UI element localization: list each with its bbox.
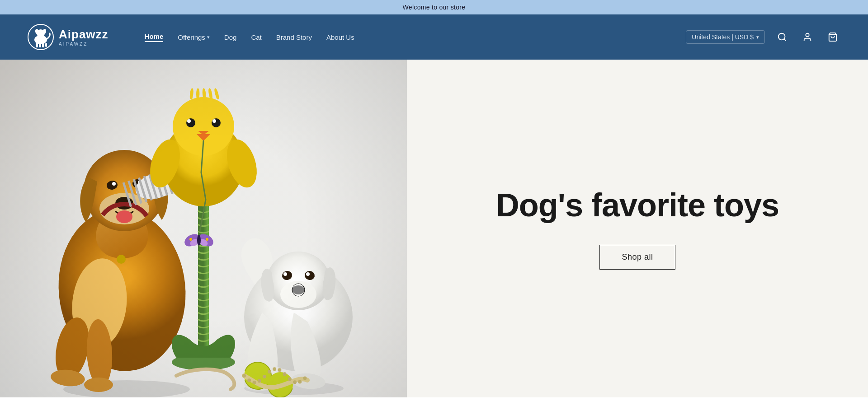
shop-all-button[interactable]: Shop all xyxy=(599,245,675,270)
hero-content: Dog's favorite toys Shop all xyxy=(407,60,868,397)
hero-image xyxy=(0,60,429,397)
logo-sub: AIPAWZZ xyxy=(59,42,108,47)
logo-name: Aipawzz xyxy=(59,28,108,42)
main-nav: Home Offerings ▾ Dog Cat Brand Story Abo… xyxy=(145,33,354,42)
hero-title: Dog's favorite toys xyxy=(496,187,779,223)
svg-line-10 xyxy=(784,39,786,41)
currency-dropdown-arrow: ▾ xyxy=(756,34,759,40)
hero-canvas xyxy=(0,60,429,397)
announcement-text: Welcome to our store xyxy=(403,4,466,11)
nav-item-offerings[interactable]: Offerings ▾ xyxy=(178,33,210,41)
announcement-bar: Welcome to our store xyxy=(0,0,868,14)
nav-item-cat[interactable]: Cat xyxy=(251,33,261,41)
nav-item-about-us[interactable]: About Us xyxy=(326,33,354,41)
hero-section: Dog's favorite toys Shop all xyxy=(0,60,868,397)
account-button[interactable] xyxy=(799,29,816,45)
nav-item-home[interactable]: Home xyxy=(145,33,164,42)
logo-icon xyxy=(27,23,54,51)
svg-rect-8 xyxy=(45,43,47,47)
offerings-dropdown-arrow: ▾ xyxy=(207,34,210,40)
svg-rect-6 xyxy=(39,43,41,47)
svg-rect-7 xyxy=(42,43,44,47)
header: Aipawzz AIPAWZZ Home Offerings ▾ Dog Cat… xyxy=(0,14,868,60)
search-button[interactable] xyxy=(774,29,790,45)
logo[interactable]: Aipawzz AIPAWZZ xyxy=(27,23,108,51)
svg-point-11 xyxy=(806,33,809,37)
currency-label: United States | USD $ xyxy=(692,33,754,41)
currency-selector[interactable]: United States | USD $ ▾ xyxy=(686,30,765,44)
nav-item-dog[interactable]: Dog xyxy=(224,33,237,41)
header-right: United States | USD $ ▾ xyxy=(686,29,841,45)
svg-rect-5 xyxy=(36,43,38,47)
cart-button[interactable] xyxy=(825,29,841,45)
nav-item-brand-story[interactable]: Brand Story xyxy=(276,33,312,41)
